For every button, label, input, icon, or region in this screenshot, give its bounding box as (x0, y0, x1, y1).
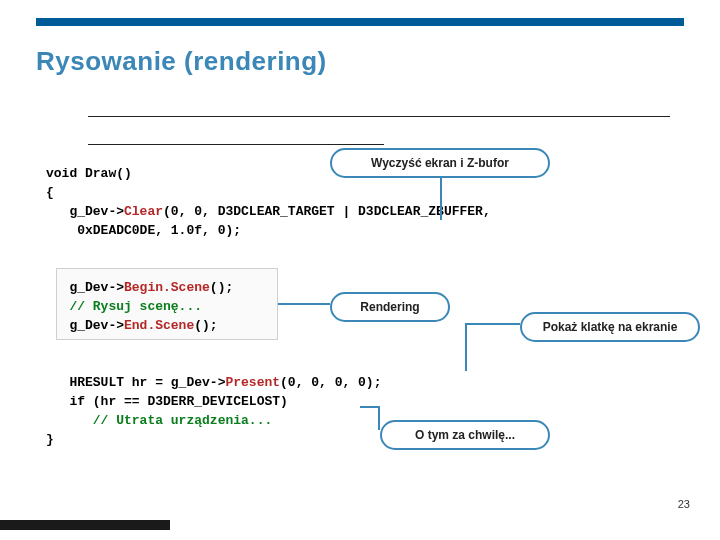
callout-rendering: Rendering (330, 292, 450, 322)
code-text: (0, 0, 0, 0); (280, 375, 381, 390)
code-brace: { (46, 185, 54, 200)
code-kw: void (46, 166, 77, 181)
top-accent-bar (36, 18, 684, 26)
slide-title: Rysowanie (rendering) (36, 46, 327, 77)
code-text: g_Dev-> (46, 280, 124, 295)
connector-line (378, 406, 380, 430)
code-brace: } (46, 432, 54, 447)
code-text: Draw() (77, 166, 132, 181)
callout-clear: Wyczyść ekran i Z-bufor (330, 148, 550, 178)
code-fn-present: Present (225, 375, 280, 390)
connector-line (465, 323, 467, 371)
divider-1 (88, 116, 670, 117)
divider-2 (88, 144, 384, 145)
code-comment-lost: // Utrata urządzenia... (46, 413, 272, 428)
code-text: g_Dev-> (46, 318, 124, 333)
connector-line (278, 303, 330, 305)
code-fn-endscene: End.Scene (124, 318, 194, 333)
connector-line (440, 176, 442, 220)
code-fn-beginscene: Begin.Scene (124, 280, 210, 295)
connector-line (360, 406, 380, 408)
code-text: HRESULT hr = g_Dev-> (46, 375, 225, 390)
bottom-accent-bar (0, 520, 170, 530)
code-text: (); (210, 280, 233, 295)
callout-devicelost: O tym za chwilę... (380, 420, 550, 450)
code-text: 0xDEADC0DE, 1.0f, 0); (46, 223, 241, 238)
connector-line (465, 323, 520, 325)
page-number: 23 (678, 498, 690, 510)
code-text: (); (194, 318, 217, 333)
code-comment-scene: // Rysuj scenę... (46, 299, 202, 314)
code-text: if (hr == D3DERR_DEVICELOST) (46, 394, 288, 409)
callout-present: Pokaż klatkę na ekranie (520, 312, 700, 342)
code-text: g_Dev-> (46, 204, 124, 219)
code-fn-clear: Clear (124, 204, 163, 219)
